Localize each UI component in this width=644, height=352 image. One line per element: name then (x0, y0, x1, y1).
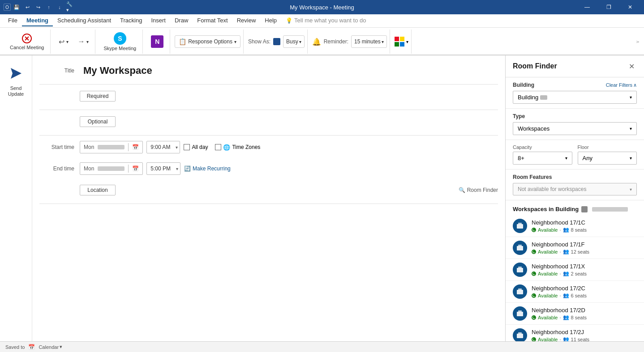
capacity-dropdown[interactable]: 8+ ▾ (513, 152, 572, 165)
color-dropdown-arrow[interactable]: ▾ (406, 39, 408, 44)
type-dropdown-chevron: ▾ (630, 126, 632, 131)
workspace-item-17-1C[interactable]: Neighborhood 17/1C Available · 👥 8 seats (506, 215, 644, 237)
workspace-info-5: Neighborhood 17/2J Available · 👥 11 seat… (532, 329, 637, 341)
workspace-icon-2 (513, 263, 527, 277)
workspace-icon-1 (513, 241, 527, 255)
end-time-display: 5:00 PM (147, 165, 174, 173)
start-date-display: Mon (80, 143, 129, 151)
workspace-item-17-1F[interactable]: Neighborhood 17/1F Available · 👥 12 seat… (506, 237, 644, 259)
skype-meeting-button[interactable]: S Skype Meeting (100, 30, 140, 53)
show-as-color-swatch (273, 38, 280, 45)
room-finder-title: Room Finder (513, 62, 557, 70)
title-input[interactable] (80, 63, 498, 78)
seats-icon-3: 👥 (563, 293, 569, 298)
title-divider (39, 84, 498, 85)
calendar-label[interactable]: Calendar ▾ (39, 344, 62, 350)
menu-scheduling[interactable]: Scheduling Assistant (53, 15, 116, 26)
send-update-button[interactable]: Send Update (0, 63, 32, 101)
save-icon[interactable]: 💾 (13, 3, 21, 11)
status-dot-1 (532, 250, 536, 254)
status-dot-0 (532, 228, 536, 232)
building-label: Building (513, 82, 534, 88)
workspace-item-17-2C[interactable]: Neighborhood 17/2C Available · 👥 6 seats (506, 281, 644, 303)
clear-filters-button[interactable]: Clear Filters ∧ (606, 82, 637, 88)
up-icon[interactable]: ↑ (45, 3, 53, 11)
floor-dropdown[interactable]: Any ▾ (578, 152, 637, 165)
ribbon-group-color: ▾ (392, 30, 412, 54)
all-day-checkbox-box (184, 144, 190, 150)
workspace-icon-0 (513, 219, 527, 233)
menu-draw[interactable]: Draw (170, 15, 193, 26)
onenote-button[interactable]: N (147, 30, 167, 53)
ribbon-group-reminder: 🔔 Reminder: 15 minutes ▾ (309, 30, 390, 54)
menu-tracking[interactable]: Tracking (116, 15, 146, 26)
cancel-meeting-button[interactable]: Cancel Meeting (6, 30, 47, 53)
cancel-meeting-icon (21, 33, 32, 44)
status-dot-4 (532, 315, 536, 320)
all-day-checkbox[interactable]: All day (184, 144, 208, 150)
svg-rect-12 (518, 288, 522, 290)
menu-help[interactable]: Help (260, 15, 281, 26)
room-features-section: Room Features Not available for workspac… (506, 170, 644, 200)
seats-icon-1: 👥 (563, 249, 569, 254)
required-input[interactable] (116, 91, 498, 102)
optional-input[interactable] (116, 117, 498, 127)
workspace-item-17-2J[interactable]: Neighborhood 17/2J Available · 👥 11 seat… (506, 325, 644, 341)
down-icon[interactable]: ↓ (56, 3, 64, 11)
location-input[interactable] (116, 185, 459, 195)
forward-button[interactable]: →▾ (74, 35, 92, 48)
undo-icon[interactable]: ↩ (23, 3, 31, 11)
capacity-floor-row: Capacity 8+ ▾ Floor Any ▾ (513, 144, 637, 165)
ribbon-collapse-button[interactable]: ∧ (635, 40, 640, 43)
restore-button[interactable]: ❐ (598, 0, 619, 14)
reminder-label: Reminder: (324, 38, 348, 45)
end-time-picker[interactable]: 5:00 PM ▾ (146, 162, 180, 175)
status-dot-2 (532, 271, 536, 276)
customize-icon[interactable]: 🔧▾ (66, 3, 74, 11)
room-features-dropdown[interactable]: Not available for workspaces ▾ (513, 183, 637, 195)
end-calendar-icon[interactable]: 📅 (129, 165, 142, 173)
start-date-picker[interactable]: Mon 📅 (80, 141, 143, 153)
calendar-icon[interactable]: 📅 (129, 143, 142, 151)
svg-rect-13 (517, 312, 523, 316)
ribbon: Cancel Meeting ↩▾ →▾ S Skype Meeting N 📋… (0, 28, 644, 55)
end-time-row: End time Mon 📅 5:00 PM ▾ 🔄 (39, 161, 498, 177)
time-zones-checkbox[interactable]: 🌐 Time Zones (215, 144, 260, 151)
show-as-dropdown[interactable]: Busy ▾ (283, 35, 305, 48)
make-recurring-button[interactable]: 🔄 Make Recurring (184, 165, 231, 172)
menu-insert[interactable]: Insert (146, 15, 170, 26)
timezone-globe-icon: 🌐 (223, 144, 230, 151)
workspaces-header: Workspaces in Building (506, 200, 644, 215)
type-dropdown[interactable]: Workspaces ▾ (513, 122, 637, 135)
tell-me-input[interactable]: 💡 Tell me what you want to do (281, 15, 370, 26)
room-finder-close-button[interactable]: ✕ (626, 61, 637, 72)
menu-review[interactable]: Review (232, 15, 261, 26)
response-options-button[interactable]: 📋 Response Options ▾ (175, 35, 240, 48)
minimize-button[interactable]: — (577, 0, 597, 14)
end-time-chevron: ▾ (174, 166, 180, 171)
menu-meeting[interactable]: Meeting (22, 15, 53, 26)
reminder-dropdown[interactable]: 15 minutes ▾ (351, 35, 387, 48)
close-button[interactable]: ✕ (620, 0, 640, 14)
seats-icon-2: 👥 (563, 271, 569, 276)
building-section: Building Clear Filters ∧ Building ▾ (506, 77, 644, 108)
start-time-picker[interactable]: 9:00 AM ▾ (146, 141, 180, 153)
location-button[interactable]: Location (80, 185, 116, 195)
color-picker-button[interactable] (395, 37, 404, 47)
required-button[interactable]: Required (80, 91, 116, 102)
menu-file[interactable]: File (4, 15, 22, 26)
menu-format-text[interactable]: Format Text (193, 15, 232, 26)
capacity-col: Capacity 8+ ▾ (513, 144, 572, 165)
saved-to-label: Saved to (5, 344, 25, 350)
back-button[interactable]: ↩▾ (55, 35, 72, 48)
end-date-picker[interactable]: Mon 📅 (80, 162, 143, 175)
menu-bar: File Meeting Scheduling Assistant Tracki… (0, 14, 644, 28)
workspace-item-17-1X[interactable]: Neighborhood 17/1X Available · 👥 2 seats (506, 259, 644, 281)
svg-rect-9 (517, 268, 523, 272)
building-dropdown[interactable]: Building ▾ (513, 91, 637, 104)
room-finder-link[interactable]: 🔍 Room Finder (459, 187, 498, 193)
redo-icon[interactable]: ↪ (34, 3, 42, 11)
end-date-display: Mon (80, 165, 129, 173)
workspace-item-17-2D[interactable]: Neighborhood 17/2D Available · 👥 8 seats (506, 303, 644, 325)
optional-button[interactable]: Optional (80, 116, 116, 127)
